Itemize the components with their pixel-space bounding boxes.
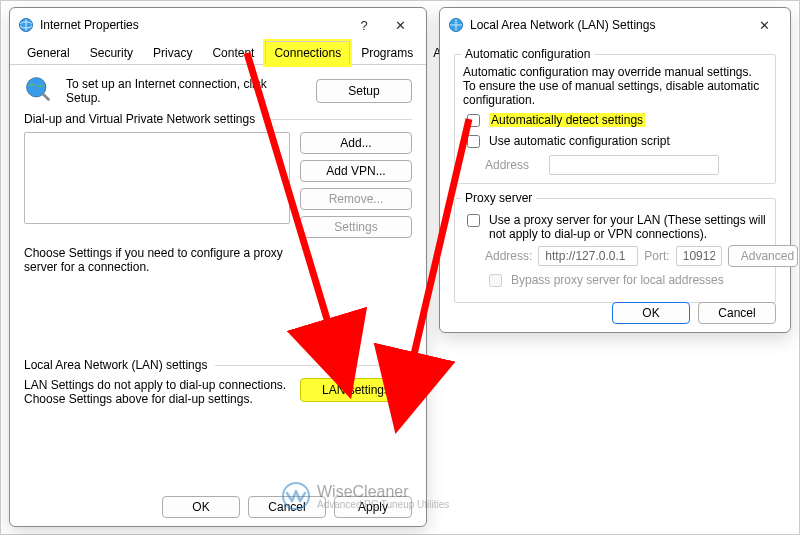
add-button[interactable]: Add...	[300, 132, 412, 154]
tab-security[interactable]: Security	[81, 41, 142, 65]
remove-button[interactable]: Remove...	[300, 188, 412, 210]
lan-content: Automatic configuration Automatic config…	[440, 40, 790, 313]
dialup-help-text: Choose Settings if you need to configure…	[24, 246, 294, 274]
proxy-address-label: Address:	[485, 249, 532, 263]
ok-button[interactable]: OK	[612, 302, 690, 324]
close-button[interactable]: ✕	[746, 14, 782, 36]
proxy-port-label: Port:	[644, 249, 669, 263]
dialog-title: Local Area Network (LAN) Settings	[470, 18, 655, 32]
setup-button[interactable]: Setup	[316, 79, 412, 103]
watermark-tag: Advanced PC Tuneup Utilities	[317, 499, 449, 510]
proxy-legend: Proxy server	[461, 191, 536, 205]
auto-detect-checkbox-row[interactable]: Automatically detect settings	[463, 113, 767, 130]
proxy-server-group: Proxy server Use a proxy server for your…	[454, 198, 776, 303]
canvas: Internet Properties ? ✕ General Security…	[0, 0, 800, 535]
cancel-button[interactable]: Cancel	[698, 302, 776, 324]
lan-settings-dialog: Local Area Network (LAN) Settings ✕ Auto…	[439, 7, 791, 333]
use-proxy-label: Use a proxy server for your LAN (These s…	[489, 213, 767, 241]
bypass-checkbox[interactable]	[489, 274, 502, 287]
tab-privacy[interactable]: Privacy	[144, 41, 201, 65]
dialup-legend: Dial-up and Virtual Private Network sett…	[24, 112, 412, 126]
tab-general[interactable]: General	[18, 41, 79, 65]
auto-script-checkbox[interactable]	[467, 135, 480, 148]
tabstrip: General Security Privacy Content Connect…	[10, 40, 426, 65]
titlebar: Local Area Network (LAN) Settings ✕	[440, 8, 790, 40]
svg-point-8	[283, 483, 309, 509]
dialup-settings-button[interactable]: Settings	[300, 216, 412, 238]
script-address-label: Address	[485, 158, 539, 172]
wisecleaner-logo-icon	[281, 481, 311, 511]
proxy-address-input[interactable]	[538, 246, 638, 266]
globe-icon	[24, 75, 52, 106]
tab-connections[interactable]: Connections	[265, 41, 350, 65]
add-vpn-button[interactable]: Add VPN...	[300, 160, 412, 182]
tab-programs[interactable]: Programs	[352, 41, 422, 65]
lan-settings-button[interactable]: LAN settings	[300, 378, 412, 402]
auto-config-legend: Automatic configuration	[461, 47, 594, 61]
titlebar: Internet Properties ? ✕	[10, 8, 426, 40]
bypass-label: Bypass proxy server for local addresses	[511, 273, 724, 287]
auto-detect-checkbox[interactable]	[467, 114, 480, 127]
auto-script-label: Use automatic configuration script	[489, 134, 670, 148]
script-address-input[interactable]	[549, 155, 719, 175]
lan-legend: Local Area Network (LAN) settings	[24, 358, 412, 372]
use-proxy-checkbox-row[interactable]: Use a proxy server for your LAN (These s…	[463, 213, 767, 241]
connections-listbox[interactable]	[24, 132, 290, 224]
proxy-port-input[interactable]	[676, 246, 722, 266]
close-button[interactable]: ✕	[382, 14, 418, 36]
internet-options-icon	[448, 17, 464, 33]
lan-help-text: LAN Settings do not apply to dial-up con…	[24, 378, 290, 406]
tab-content[interactable]: Content	[203, 41, 263, 65]
auto-config-text: Automatic configuration may override man…	[463, 65, 767, 107]
dialog-buttons: OK Cancel	[440, 302, 790, 324]
ok-button[interactable]: OK	[162, 496, 240, 518]
proxy-advanced-button[interactable]: Advanced	[728, 245, 798, 267]
internet-properties-dialog: Internet Properties ? ✕ General Security…	[9, 7, 427, 527]
use-proxy-checkbox[interactable]	[467, 214, 480, 227]
watermark: WiseCleaner Advanced PC Tuneup Utilities	[281, 481, 449, 511]
setup-help-text: To set up an Internet connection, click …	[66, 77, 302, 105]
dialog-title: Internet Properties	[40, 18, 139, 32]
help-button[interactable]: ?	[346, 14, 382, 36]
internet-options-icon	[18, 17, 34, 33]
auto-detect-label: Automatically detect settings	[489, 113, 645, 127]
auto-script-checkbox-row[interactable]: Use automatic configuration script	[463, 134, 767, 151]
tab-content-area: To set up an Internet connection, click …	[10, 65, 426, 416]
automatic-configuration-group: Automatic configuration Automatic config…	[454, 54, 776, 184]
bypass-checkbox-row[interactable]: Bypass proxy server for local addresses	[485, 273, 767, 290]
